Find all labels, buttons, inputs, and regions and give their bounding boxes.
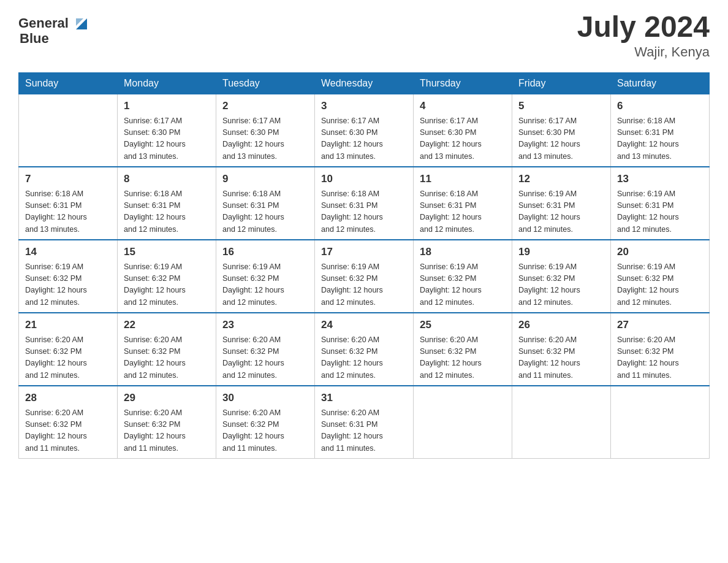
calendar-cell: 30Sunrise: 6:20 AMSunset: 6:32 PMDayligh… (216, 386, 315, 459)
column-header-wednesday: Wednesday (315, 73, 414, 94)
day-info: Sunrise: 6:19 AMSunset: 6:32 PMDaylight:… (25, 261, 111, 309)
day-info: Sunrise: 6:18 AMSunset: 6:31 PMDaylight:… (420, 188, 506, 236)
day-info: Sunrise: 6:18 AMSunset: 6:31 PMDaylight:… (321, 188, 407, 236)
day-info: Sunrise: 6:20 AMSunset: 6:32 PMDaylight:… (25, 407, 111, 455)
day-info: Sunrise: 6:20 AMSunset: 6:32 PMDaylight:… (617, 334, 703, 382)
column-header-friday: Friday (512, 73, 611, 94)
calendar-cell (512, 386, 611, 459)
calendar-cell: 20Sunrise: 6:19 AMSunset: 6:32 PMDayligh… (611, 240, 710, 313)
day-number: 23 (222, 317, 308, 333)
calendar-cell: 4Sunrise: 6:17 AMSunset: 6:30 PMDaylight… (414, 94, 512, 167)
calendar-cell: 14Sunrise: 6:19 AMSunset: 6:32 PMDayligh… (19, 240, 118, 313)
column-header-monday: Monday (118, 73, 216, 94)
day-info: Sunrise: 6:19 AMSunset: 6:32 PMDaylight:… (617, 261, 703, 309)
day-info: Sunrise: 6:20 AMSunset: 6:32 PMDaylight:… (518, 334, 604, 382)
calendar-cell (414, 386, 512, 459)
day-info: Sunrise: 6:20 AMSunset: 6:32 PMDaylight:… (222, 334, 308, 382)
day-info: Sunrise: 6:17 AMSunset: 6:30 PMDaylight:… (124, 115, 210, 163)
day-number: 17 (321, 244, 407, 260)
calendar-week-row: 28Sunrise: 6:20 AMSunset: 6:32 PMDayligh… (19, 386, 710, 459)
column-header-tuesday: Tuesday (216, 73, 315, 94)
calendar-cell: 12Sunrise: 6:19 AMSunset: 6:31 PMDayligh… (512, 167, 611, 240)
day-number: 28 (25, 390, 111, 406)
calendar-cell: 7Sunrise: 6:18 AMSunset: 6:31 PMDaylight… (19, 167, 118, 240)
calendar-table: SundayMondayTuesdayWednesdayThursdayFrid… (18, 72, 710, 459)
day-number: 18 (420, 244, 506, 260)
calendar-week-row: 7Sunrise: 6:18 AMSunset: 6:31 PMDaylight… (19, 167, 710, 240)
day-number: 22 (124, 317, 210, 333)
day-number: 7 (25, 171, 111, 187)
title-block: July 2024 Wajir, Kenya (577, 12, 710, 60)
day-number: 8 (124, 171, 210, 187)
calendar-cell: 26Sunrise: 6:20 AMSunset: 6:32 PMDayligh… (512, 313, 611, 386)
day-info: Sunrise: 6:20 AMSunset: 6:32 PMDaylight:… (222, 407, 308, 455)
calendar-cell: 28Sunrise: 6:20 AMSunset: 6:32 PMDayligh… (19, 386, 118, 459)
month-year-title: July 2024 (577, 12, 710, 42)
day-number: 3 (321, 98, 407, 114)
day-number: 19 (518, 244, 604, 260)
page-header: General Blue July 2024 Wajir, Kenya (18, 12, 710, 60)
day-number: 26 (518, 317, 604, 333)
day-number: 12 (518, 171, 604, 187)
day-info: Sunrise: 6:18 AMSunset: 6:31 PMDaylight:… (25, 188, 111, 236)
day-info: Sunrise: 6:19 AMSunset: 6:32 PMDaylight:… (222, 261, 308, 309)
calendar-cell (611, 386, 710, 459)
calendar-cell: 19Sunrise: 6:19 AMSunset: 6:32 PMDayligh… (512, 240, 611, 313)
calendar-cell: 9Sunrise: 6:18 AMSunset: 6:31 PMDaylight… (216, 167, 315, 240)
day-number: 21 (25, 317, 111, 333)
location-subtitle: Wajir, Kenya (577, 44, 710, 60)
day-number: 16 (222, 244, 308, 260)
day-info: Sunrise: 6:20 AMSunset: 6:32 PMDaylight:… (25, 334, 111, 382)
day-number: 1 (124, 98, 210, 114)
day-number: 15 (124, 244, 210, 260)
day-number: 4 (420, 98, 506, 114)
calendar-cell: 6Sunrise: 6:18 AMSunset: 6:31 PMDaylight… (611, 94, 710, 167)
day-info: Sunrise: 6:19 AMSunset: 6:31 PMDaylight:… (518, 188, 604, 236)
calendar-cell: 16Sunrise: 6:19 AMSunset: 6:32 PMDayligh… (216, 240, 315, 313)
day-number: 24 (321, 317, 407, 333)
calendar-cell: 2Sunrise: 6:17 AMSunset: 6:30 PMDaylight… (216, 94, 315, 167)
day-info: Sunrise: 6:19 AMSunset: 6:32 PMDaylight:… (420, 261, 506, 309)
calendar-week-row: 21Sunrise: 6:20 AMSunset: 6:32 PMDayligh… (19, 313, 710, 386)
column-header-saturday: Saturday (611, 73, 710, 94)
day-number: 2 (222, 98, 308, 114)
day-info: Sunrise: 6:18 AMSunset: 6:31 PMDaylight:… (222, 188, 308, 236)
day-info: Sunrise: 6:19 AMSunset: 6:31 PMDaylight:… (617, 188, 703, 236)
calendar-cell: 31Sunrise: 6:20 AMSunset: 6:31 PMDayligh… (315, 386, 414, 459)
day-number: 10 (321, 171, 407, 187)
calendar-cell: 11Sunrise: 6:18 AMSunset: 6:31 PMDayligh… (414, 167, 512, 240)
calendar-cell: 3Sunrise: 6:17 AMSunset: 6:30 PMDaylight… (315, 94, 414, 167)
calendar-cell (19, 94, 118, 167)
calendar-cell: 15Sunrise: 6:19 AMSunset: 6:32 PMDayligh… (118, 240, 216, 313)
day-info: Sunrise: 6:19 AMSunset: 6:32 PMDaylight:… (321, 261, 407, 309)
day-info: Sunrise: 6:20 AMSunset: 6:32 PMDaylight:… (124, 334, 210, 382)
calendar-week-row: 1Sunrise: 6:17 AMSunset: 6:30 PMDaylight… (19, 94, 710, 167)
day-info: Sunrise: 6:20 AMSunset: 6:32 PMDaylight:… (321, 334, 407, 382)
day-number: 31 (321, 390, 407, 406)
day-number: 25 (420, 317, 506, 333)
calendar-cell: 24Sunrise: 6:20 AMSunset: 6:32 PMDayligh… (315, 313, 414, 386)
column-header-sunday: Sunday (19, 73, 118, 94)
day-number: 5 (518, 98, 604, 114)
day-info: Sunrise: 6:17 AMSunset: 6:30 PMDaylight:… (321, 115, 407, 163)
day-info: Sunrise: 6:20 AMSunset: 6:31 PMDaylight:… (321, 407, 407, 455)
calendar-header-row: SundayMondayTuesdayWednesdayThursdayFrid… (19, 73, 710, 94)
day-info: Sunrise: 6:17 AMSunset: 6:30 PMDaylight:… (222, 115, 308, 163)
calendar-cell: 8Sunrise: 6:18 AMSunset: 6:31 PMDaylight… (118, 167, 216, 240)
calendar-cell: 29Sunrise: 6:20 AMSunset: 6:32 PMDayligh… (118, 386, 216, 459)
day-info: Sunrise: 6:18 AMSunset: 6:31 PMDaylight:… (124, 188, 210, 236)
calendar-cell: 18Sunrise: 6:19 AMSunset: 6:32 PMDayligh… (414, 240, 512, 313)
day-number: 9 (222, 171, 308, 187)
logo-text-general: General (18, 15, 69, 31)
day-info: Sunrise: 6:17 AMSunset: 6:30 PMDaylight:… (420, 115, 506, 163)
calendar-cell: 10Sunrise: 6:18 AMSunset: 6:31 PMDayligh… (315, 167, 414, 240)
calendar-cell: 5Sunrise: 6:17 AMSunset: 6:30 PMDaylight… (512, 94, 611, 167)
calendar-cell: 22Sunrise: 6:20 AMSunset: 6:32 PMDayligh… (118, 313, 216, 386)
day-number: 20 (617, 244, 703, 260)
day-number: 30 (222, 390, 308, 406)
day-number: 13 (617, 171, 703, 187)
logo-triangle-icon (70, 12, 92, 34)
day-info: Sunrise: 6:19 AMSunset: 6:32 PMDaylight:… (124, 261, 210, 309)
calendar-cell: 21Sunrise: 6:20 AMSunset: 6:32 PMDayligh… (19, 313, 118, 386)
day-number: 6 (617, 98, 703, 114)
